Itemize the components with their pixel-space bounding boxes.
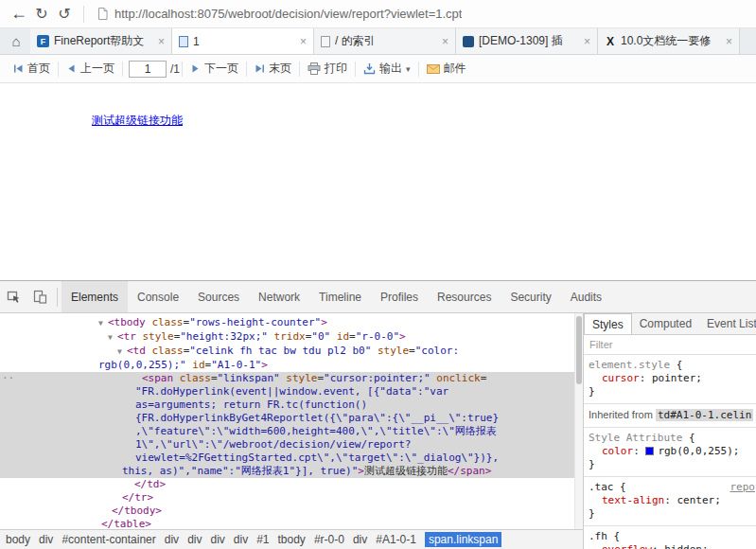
style-property[interactable]: color: rgb(0,0,255);: [589, 445, 751, 458]
print-button[interactable]: 打印: [302, 61, 353, 77]
devtools-tab-strip: ElementsConsoleSourcesNetworkTimelinePro…: [62, 281, 611, 312]
code-token: </span>: [448, 465, 491, 477]
code-token: "height:32px;": [180, 330, 268, 343]
elements-panel: ▼<tbody class="rows-height-counter">▼<tr…: [0, 313, 584, 549]
devtools-tab-sources[interactable]: Sources: [188, 281, 249, 312]
tab-close-icon[interactable]: ×: [158, 35, 165, 48]
code-token: 1\",\"url\":\"/webroot/decision/view/rep…: [135, 438, 411, 451]
devtools-tab-console[interactable]: Console: [128, 281, 188, 312]
next-page-icon: [190, 63, 201, 74]
breadcrumb-item[interactable]: body: [6, 533, 30, 546]
devtools-tab-profiles[interactable]: Profiles: [371, 281, 428, 312]
dom-tree-row[interactable]: rgb(0,0,255);" id="A1-0-1">: [0, 359, 583, 372]
styles-filter-input[interactable]: Filter: [584, 335, 756, 355]
code-token: </tbody>: [112, 505, 162, 517]
next-page-button[interactable]: 下一页: [185, 61, 244, 77]
dom-tree-row[interactable]: </tbody>: [0, 505, 583, 518]
dom-tree-row[interactable]: ▼<tbody class="rows-height-counter">: [0, 316, 583, 330]
inspect-element-button[interactable]: [0, 281, 26, 312]
toolbar-divider: [122, 62, 123, 77]
last-page-button[interactable]: 末页: [249, 61, 297, 77]
selector-text: element.style: [589, 359, 670, 371]
dom-tree-row[interactable]: ,\"feature\":\"width=600,height=400,\",\…: [0, 425, 583, 438]
breadcrumb-item[interactable]: div: [234, 533, 248, 546]
expand-arrow-icon[interactable]: ▼: [117, 345, 127, 359]
device-mode-button[interactable]: [26, 281, 53, 312]
elements-tree: ▼<tbody class="rows-height-counter">▼<tr…: [0, 313, 583, 529]
code-token: <tr: [117, 330, 136, 343]
dom-breadcrumbs: bodydiv#content-containerdivdivdivdiv#1t…: [0, 529, 583, 549]
code-token: </td>: [134, 478, 166, 490]
page-number-input[interactable]: [129, 61, 167, 78]
breadcrumb-item[interactable]: div: [353, 533, 367, 546]
devtools-tab-resources[interactable]: Resources: [428, 281, 501, 312]
scrollbar-thumb[interactable]: [576, 316, 582, 384]
sidebar-tab-event-listeners[interactable]: Event Listeners: [699, 313, 756, 334]
dom-tree-row[interactable]: 1\",\"url\":\"/webroot/decision/view/rep…: [0, 438, 583, 452]
dom-tree-row[interactable]: ··<span class="linkspan" style="cursor:p…: [0, 372, 583, 385]
refresh-icon[interactable]: ↻: [30, 5, 53, 23]
sidebar-tab-styles[interactable]: Styles: [584, 313, 632, 334]
export-button[interactable]: 输出 ▾: [358, 61, 416, 77]
devtools-tab-elements[interactable]: Elements: [62, 281, 128, 312]
browser-tab[interactable]: FineReport帮助文×: [30, 28, 172, 54]
sidebar-tab-computed[interactable]: Computed: [632, 313, 699, 334]
first-page-button[interactable]: 首页: [8, 61, 56, 77]
code-token: >: [399, 330, 406, 343]
breadcrumb-item[interactable]: div: [165, 533, 179, 546]
browser-tab[interactable]: [DEMO-1309] 插×: [456, 28, 598, 54]
mail-button[interactable]: 邮件: [421, 61, 472, 77]
code-token: >: [358, 465, 364, 477]
dom-tree-row[interactable]: ▼<tr style="height:32px;" tridx="0" id="…: [0, 330, 583, 345]
code-token: =: [349, 330, 356, 343]
tab-close-icon[interactable]: ×: [442, 35, 448, 48]
breadcrumb-item[interactable]: #A1-0-1: [376, 533, 416, 546]
first-page-icon: [13, 63, 24, 74]
color-swatch[interactable]: [645, 447, 654, 455]
dom-tree-row[interactable]: "FR.doHyperlink(event||window.event, [{"…: [0, 385, 583, 398]
devtools-tab-audits[interactable]: Audits: [561, 281, 611, 312]
dom-tree-row[interactable]: </table>: [0, 518, 583, 529]
expand-arrow-icon[interactable]: ▼: [98, 317, 108, 330]
browser-tab[interactable]: / 的索引×: [314, 28, 456, 54]
tab-close-icon[interactable]: ×: [726, 35, 732, 48]
devtools-tab-network[interactable]: Network: [249, 281, 309, 312]
tab-title: FineReport帮助文: [54, 33, 153, 49]
browser-tab[interactable]: 10.0文档统一要修×: [598, 28, 740, 54]
style-rule: repo.tac {text-align: center;}: [584, 477, 756, 526]
tab-close-icon[interactable]: ×: [584, 35, 590, 48]
breadcrumb-item[interactable]: #r-0-0: [314, 533, 344, 546]
breadcrumb-item[interactable]: #1: [256, 533, 269, 546]
devtools-tab-timeline[interactable]: Timeline: [309, 281, 371, 312]
devtools-tab-security[interactable]: Security: [501, 281, 560, 312]
back-icon[interactable]: ←: [8, 4, 30, 24]
breadcrumb-item[interactable]: div: [210, 533, 224, 546]
stylesheet-source-link[interactable]: repo: [730, 481, 756, 494]
dom-tree-row[interactable]: {FR.doHyperlinkByGet4Reportlet({\"para\"…: [0, 412, 583, 425]
breadcrumb-item[interactable]: #content-container: [62, 533, 155, 546]
inherited-target-link[interactable]: td#A1-0-1.celin: [656, 409, 753, 421]
dom-tree-row[interactable]: viewlet=%2FGettingStarted.cpt\",\"target…: [0, 452, 583, 465]
dom-tree-row[interactable]: </td>: [0, 478, 583, 491]
expand-arrow-icon[interactable]: ▼: [108, 331, 117, 345]
undo-icon[interactable]: ↺: [53, 5, 76, 23]
browser-tab[interactable]: 1×: [172, 28, 314, 54]
breadcrumb-item[interactable]: tbody: [278, 533, 306, 546]
report-hyperlink[interactable]: 测试超级链接功能: [92, 113, 183, 129]
breadcrumb-item[interactable]: span.linkspan: [425, 532, 501, 547]
breadcrumb-item[interactable]: div: [39, 533, 53, 546]
dom-tree-row[interactable]: as=arguments; return FR.tc(function(): [0, 398, 583, 412]
address-bar[interactable]: http://localhost:8075/webroot/decision/v…: [92, 3, 748, 26]
tab-close-icon[interactable]: ×: [300, 35, 307, 48]
breadcrumb-item[interactable]: div: [187, 533, 202, 546]
dom-tree-row[interactable]: </tr>: [0, 491, 583, 505]
prev-page-button[interactable]: 上一页: [61, 61, 120, 77]
style-property[interactable]: cursor: pointer;: [589, 372, 751, 385]
property-separator: :: [664, 494, 677, 506]
style-property[interactable]: text-align: center;: [589, 494, 751, 507]
dom-tree-row[interactable]: ▼<td class="celink fh tac bw tdu pl2 b0"…: [0, 345, 583, 359]
style-property[interactable]: overflow: hidden;: [589, 543, 751, 549]
dom-tree-row[interactable]: this, as)","name":"网络报表1"}], true)">测试超级…: [0, 465, 583, 478]
elements-scrollbar[interactable]: [574, 313, 583, 529]
home-icon[interactable]: ⌂: [2, 28, 30, 54]
